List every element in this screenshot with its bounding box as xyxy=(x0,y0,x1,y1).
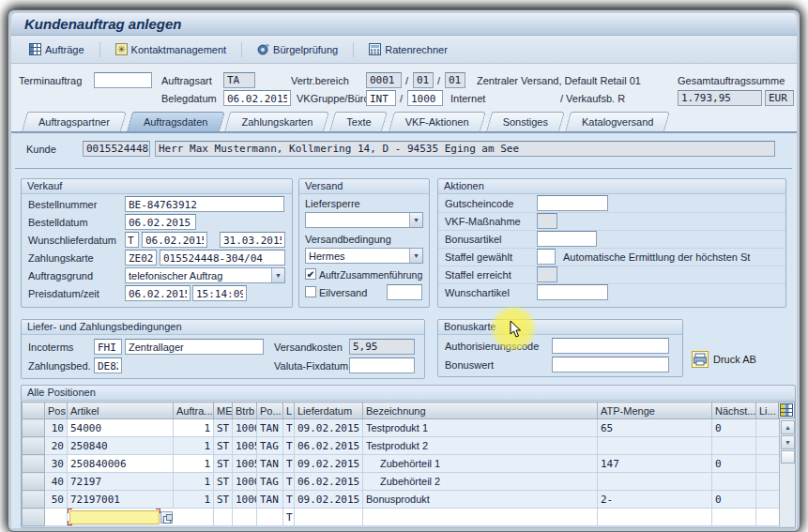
col-naechst[interactable]: Nächst... xyxy=(712,403,756,419)
tab-zahlungskarten[interactable]: Zahlungskarten xyxy=(227,112,327,131)
terminauftrag-label: Terminauftrag xyxy=(19,75,82,86)
wunschlieferdatum-typ-input[interactable] xyxy=(125,232,139,248)
liefersperre-label: Liefersperre xyxy=(305,198,360,209)
gutscheincode-input[interactable] xyxy=(537,195,608,211)
staffel-gewaehlt-input[interactable] xyxy=(537,249,556,265)
row-selector[interactable] xyxy=(23,491,45,509)
wunschlieferdatum-label: Wunschlieferdatum xyxy=(28,235,116,246)
slash: / xyxy=(437,75,440,86)
incoterms-text-input[interactable] xyxy=(125,339,264,355)
col-pos[interactable]: Pos xyxy=(45,403,68,419)
incoterms-code-input[interactable] xyxy=(94,339,122,355)
kontaktmanagement-button[interactable]: ✳ Kontaktmanagement xyxy=(107,39,236,60)
kunde-label: Kunde xyxy=(26,144,56,155)
printer-icon xyxy=(692,351,709,368)
wunschartikel-label: Wunschartikel xyxy=(445,287,510,298)
vertical-scrollbar[interactable]: ▲ ▼ xyxy=(779,419,795,526)
col-po[interactable]: Po... xyxy=(257,403,283,419)
value-help-icon[interactable] xyxy=(160,511,173,524)
check-clock-icon xyxy=(257,43,269,55)
wunschlieferdatum-bis-input[interactable] xyxy=(220,232,285,248)
positions-title: Alle Positionen xyxy=(22,386,795,401)
bestelldatum-input[interactable] xyxy=(125,214,196,230)
auftragsgrund-select[interactable]: telefonischer Auftrag ▼ xyxy=(125,267,285,283)
bestellnummer-input[interactable] xyxy=(125,196,284,212)
row-selector[interactable] xyxy=(23,437,45,455)
selector-header[interactable] xyxy=(23,403,45,419)
preisdatum-zeit-input[interactable] xyxy=(192,285,247,301)
tab-katalogversand[interactable]: Katalogversand xyxy=(568,112,667,131)
page-title: Kundenauftrag anlegen xyxy=(24,16,182,32)
vkgruppe-desc: Internet xyxy=(450,93,485,104)
table-row: 40 72197 1 ST 1000 TAG T 06.02.2015 Zube… xyxy=(23,473,780,491)
col-btrb[interactable]: Btrb xyxy=(233,403,257,419)
group-versand-title: Versand xyxy=(299,179,429,194)
terminauftrag-input[interactable] xyxy=(94,72,152,88)
zahlungsbed-label: Zahlungsbed. xyxy=(28,360,91,372)
gesamtsumme-label: Gesamtauftragssumme xyxy=(678,75,785,86)
focus-corner xyxy=(68,521,72,525)
scroll-down-icon[interactable]: ▼ xyxy=(781,435,795,449)
valuta-input[interactable] xyxy=(349,357,415,373)
col-auftragsmenge[interactable]: Auftra... xyxy=(174,403,214,419)
belegdatum-input[interactable] xyxy=(223,90,291,106)
vkbuero-input[interactable] xyxy=(407,90,443,106)
auftragsart-value: TA xyxy=(223,72,255,88)
tab-auftragspartner[interactable]: Auftragspartner xyxy=(24,112,124,131)
svg-text:✳: ✳ xyxy=(117,44,125,54)
druck-ab-button[interactable]: Druck AB xyxy=(692,349,756,370)
col-atp-menge[interactable]: ATP-Menge xyxy=(598,403,712,419)
valuta-label: Valuta-Fixdatum xyxy=(274,360,348,372)
col-bezeichnung[interactable]: Bezeichnung xyxy=(363,403,598,419)
zahlungskarte-typ-input[interactable] xyxy=(125,250,157,266)
new-artikel-input[interactable] xyxy=(69,510,160,524)
vkgruppe-label: VKGruppe/Büro xyxy=(297,93,370,104)
col-lieferdatum[interactable]: Lieferdatum xyxy=(295,403,363,419)
scroll-thumb[interactable] xyxy=(781,450,795,464)
col-me[interactable]: ME xyxy=(214,403,233,419)
tab-auftragsdaten[interactable]: Auftragsdaten xyxy=(130,112,222,131)
wunschlieferdatum-von-input[interactable] xyxy=(142,232,207,248)
toolbar-separator xyxy=(99,42,100,57)
zahlungsbed-input[interactable] xyxy=(94,357,122,373)
chevron-down-icon: ▼ xyxy=(409,249,422,263)
title-bar: Kundenauftrag anlegen xyxy=(11,13,797,36)
bonuswert-input[interactable] xyxy=(552,357,669,372)
auftragsgrund-label: Auftragsgrund xyxy=(28,270,93,281)
liefersperre-select[interactable]: ▼ xyxy=(305,212,423,228)
bestellnummer-label: Bestellnummer xyxy=(28,199,97,210)
eilversand-checkbox[interactable] xyxy=(305,286,316,297)
auftraege-label: Aufträge xyxy=(45,44,84,55)
gutscheincode-label: Gutscheincode xyxy=(445,198,513,209)
kontaktmanagement-label: Kontaktmanagement xyxy=(131,44,227,55)
versandbedingung-select[interactable]: Hermes ▼ xyxy=(305,248,423,264)
tab-texte[interactable]: Texte xyxy=(332,112,385,131)
preisdatum-datum-input[interactable] xyxy=(125,285,191,301)
row-selector[interactable] xyxy=(23,473,45,491)
preisdatum-label: Preisdatum/zeit xyxy=(28,288,99,299)
table-row: 10 54000 1 ST 1000 TAN T 09.02.2015 Test… xyxy=(23,419,780,437)
row-divider xyxy=(438,248,785,249)
bonusartikel-input[interactable] xyxy=(537,231,597,247)
ratenrechner-button[interactable]: Ratenrechner xyxy=(360,39,456,60)
wunschartikel-input[interactable] xyxy=(537,284,608,300)
col-li[interactable]: Li... xyxy=(756,403,780,419)
row-selector[interactable] xyxy=(23,509,45,526)
auftraege-button[interactable]: Aufträge xyxy=(21,39,93,60)
incoterms-label: Incoterms xyxy=(28,342,73,353)
authorisierungscode-input[interactable] xyxy=(552,338,669,354)
auftrzusammenfuehrung-checkbox[interactable]: ✔ xyxy=(305,268,316,280)
row-selector[interactable] xyxy=(23,455,45,473)
scroll-up-icon[interactable]: ▲ xyxy=(781,420,795,434)
eilversand-input[interactable] xyxy=(387,284,422,300)
staffel-note: Automatische Ermittlung der höchsten St xyxy=(563,251,750,263)
grid-layout-config-icon[interactable] xyxy=(778,402,795,418)
vkgruppe-input[interactable] xyxy=(366,90,396,106)
tab-vkf-aktionen[interactable]: VKF-Aktionen xyxy=(391,112,483,131)
col-l[interactable]: L xyxy=(283,403,295,419)
buergelpruefung-button[interactable]: Bürgelprüfung xyxy=(249,39,346,60)
col-artikel[interactable]: Artikel xyxy=(68,403,174,419)
zahlungskarte-nummer-input[interactable] xyxy=(160,250,285,266)
tab-sonstiges[interactable]: Sonstiges xyxy=(489,112,562,131)
row-selector[interactable] xyxy=(23,419,45,437)
